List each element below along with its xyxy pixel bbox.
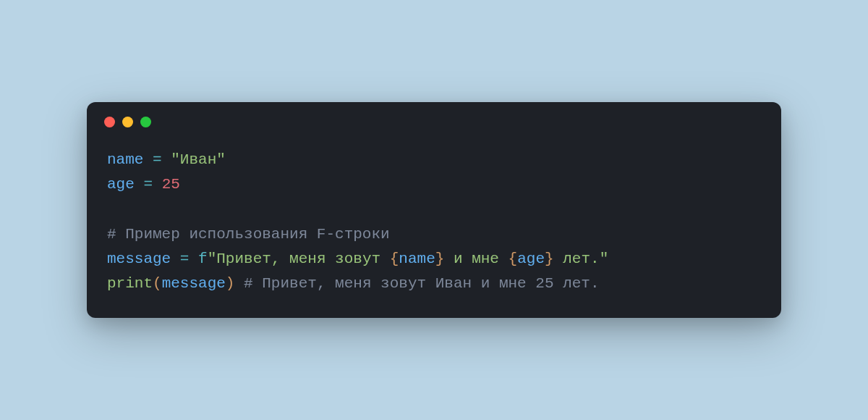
token-string-segment: Привет, меня зовут: [216, 251, 389, 267]
token-variable: age: [107, 176, 135, 193]
token-string-segment: и мне: [444, 251, 508, 267]
token-fprefix: f: [198, 251, 208, 267]
token-comment: # Пример использования F-строки: [107, 226, 390, 243]
close-icon[interactable]: [104, 117, 115, 127]
token-string: "Иван": [171, 151, 226, 168]
token-number: 25: [162, 176, 180, 193]
token-string-segment: лет.: [554, 251, 600, 267]
token-brace: }: [545, 251, 554, 267]
token-function: print: [107, 275, 153, 292]
token-variable: name: [107, 151, 143, 168]
token-string-open: ": [208, 251, 217, 267]
token-argument: message: [162, 275, 226, 292]
token-space: [162, 151, 171, 168]
zoom-icon[interactable]: [140, 117, 151, 127]
code-block: name = "Иван" age = 25 # Пример использо…: [87, 135, 781, 317]
window-titlebar: [87, 102, 781, 135]
token-operator: =: [143, 176, 153, 193]
token-brace: {: [509, 251, 518, 267]
token-space: [171, 251, 180, 267]
token-brace: {: [390, 251, 399, 267]
token-paren: ): [226, 275, 235, 292]
code-line: # Пример использования F-строки: [107, 222, 761, 247]
minimize-icon[interactable]: [122, 117, 133, 127]
code-line: name = "Иван": [107, 148, 761, 172]
token-operator: =: [180, 251, 190, 267]
token-space: [189, 251, 198, 267]
token-operator: =: [153, 151, 162, 168]
token-space: [153, 176, 162, 193]
token-space: [234, 275, 244, 292]
code-line: message = f"Привет, меня зовут {name} и …: [107, 247, 761, 272]
code-line: age = 25: [107, 172, 761, 197]
code-line-blank: [107, 197, 761, 222]
code-line: print(message) # Привет, меня зовут Иван…: [107, 272, 761, 296]
token-string-close: ": [600, 251, 609, 267]
token-space: [143, 151, 153, 168]
token-fvar: age: [517, 251, 545, 267]
token-brace: }: [435, 251, 445, 267]
code-window: name = "Иван" age = 25 # Пример использо…: [87, 102, 781, 317]
token-paren: (: [153, 275, 162, 292]
token-comment: # Привет, меня зовут Иван и мне 25 лет.: [244, 275, 599, 292]
token-space: [135, 176, 144, 193]
token-variable: message: [107, 251, 171, 267]
token-fvar: name: [399, 251, 435, 267]
